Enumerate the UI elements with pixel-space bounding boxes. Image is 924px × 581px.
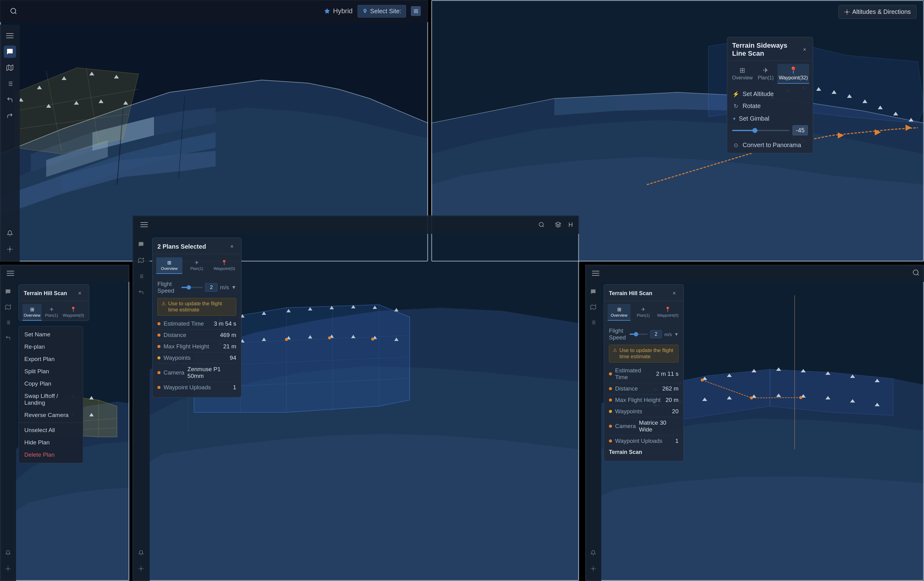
rotate-row[interactable]: ↻ Rotate <box>732 100 808 112</box>
gimbal-slider-row: -45 <box>732 125 808 135</box>
bright-gps[interactable] <box>587 563 599 575</box>
speed-slider-track[interactable] <box>182 287 203 288</box>
sidebar-icon-redo[interactable] <box>4 110 16 122</box>
ths-right-speed-input[interactable] <box>650 330 662 338</box>
svg-marker-129 <box>601 476 924 581</box>
ths-left-tabs: ⊞ Overview ✈ Plan(1) 📍 Waypoint(0) <box>19 301 89 321</box>
ths-speed-dropdown[interactable]: ▼ <box>674 332 678 337</box>
ctx-delete-plan[interactable]: Delete Plan <box>19 449 83 461</box>
magnify-button[interactable] <box>912 269 920 278</box>
bright-icon-list[interactable] <box>587 316 599 329</box>
ctx-split-plan[interactable]: Split Plan <box>19 365 83 378</box>
ths-stat-label: Camera <box>615 423 636 430</box>
ths-speed-track[interactable] <box>630 334 648 335</box>
bleft-icon-undo[interactable] <box>2 332 14 344</box>
altitudes-directions-button[interactable]: Altitudes & Directions <box>838 5 917 19</box>
flight-speed-input[interactable] <box>205 283 218 292</box>
ctx-divider <box>19 423 83 423</box>
2plans-tab-overview[interactable]: ⊞ Overview <box>156 257 182 274</box>
ths-stat-value: 20 m <box>666 397 678 403</box>
2plans-close[interactable]: × <box>228 242 236 251</box>
gimbal-slider-track[interactable] <box>732 130 789 131</box>
bcenter-notification[interactable] <box>135 546 147 559</box>
ths-left-tab-plan[interactable]: ✈ Plan(1) <box>43 304 60 321</box>
ctx-set-name[interactable]: Set Name <box>19 328 83 341</box>
convert-icon: ⊙ <box>732 142 739 149</box>
bleft-icon-map[interactable] <box>2 301 14 313</box>
svg-point-80 <box>7 568 9 569</box>
bright-sidebar-bottom <box>587 546 599 581</box>
ths-right-warning-text: Use to update the flight time estimate <box>619 347 675 360</box>
bright-hamburger[interactable] <box>590 269 601 278</box>
bleft-icon-chat[interactable] <box>2 286 14 298</box>
sidebar-icon-chat[interactable] <box>4 46 16 58</box>
ths-left-close[interactable]: × <box>76 289 84 298</box>
ths-left-title: Terrain Hill Scan <box>24 290 67 297</box>
gimbal-value[interactable]: -45 <box>792 125 808 135</box>
sidebar-icon-notification[interactable] <box>4 227 16 239</box>
ctx-export-plan[interactable]: Export Plan <box>19 353 83 365</box>
2plans-tab-plan[interactable]: ✈ Plan(1) <box>183 257 210 274</box>
stat-row-waypoints: Waypoints 94 <box>157 352 236 364</box>
ths-stat-label: Distance <box>615 385 659 392</box>
gimbal-slider-fill <box>732 130 755 131</box>
speed-dropdown[interactable]: ▼ <box>231 285 236 290</box>
bcenter-icon-undo[interactable] <box>135 286 147 298</box>
ths-left-tab-waypoint[interactable]: 📍 Waypoint(0) <box>61 304 85 321</box>
bright-notification[interactable] <box>587 546 599 559</box>
bcenter-more[interactable]: H <box>569 221 573 228</box>
ctx-swap-liftoff[interactable]: Swap Liftoff / Landing <box>19 390 83 409</box>
gimbal-slider-thumb[interactable] <box>752 128 757 133</box>
bcenter-icon-chat[interactable] <box>135 238 147 250</box>
ctx-hide-plan[interactable]: Hide Plan <box>19 436 83 449</box>
bleft-gps[interactable] <box>2 563 14 575</box>
bcenter-icon-map[interactable] <box>135 254 147 267</box>
speed-slider-thumb[interactable] <box>186 285 191 290</box>
svg-point-115 <box>328 336 331 339</box>
bcenter-layers[interactable] <box>552 219 564 231</box>
bleft-hamburger[interactable] <box>5 269 16 278</box>
tsls-close-button[interactable]: × <box>801 45 808 54</box>
ths-left-tab-overview[interactable]: ⊞ Overview <box>23 304 41 321</box>
search-button[interactable] <box>7 5 20 17</box>
ths-right-tab-waypoint[interactable]: 📍 Waypoint(0) <box>656 304 680 321</box>
bleft-notification[interactable] <box>2 546 14 559</box>
rotate-label: Rotate <box>742 102 761 110</box>
ths-speed-thumb[interactable] <box>634 332 638 336</box>
bcenter-hamburger[interactable] <box>139 221 150 229</box>
hybrid-selector[interactable]: Hybrid <box>324 7 353 15</box>
bleft-sidebar <box>0 282 16 581</box>
bcenter-search[interactable] <box>535 219 548 231</box>
ths-right-tab-overview[interactable]: ⊞ Overview <box>608 304 630 321</box>
ctx-unselect-all[interactable]: Unselect All <box>19 424 83 436</box>
sidebar-icon-menu[interactable] <box>4 30 16 42</box>
ctx-copy-plan[interactable]: Copy Plan <box>19 378 83 390</box>
convert-panorama-row[interactable]: ⊙ Convert to Panorama <box>732 138 808 149</box>
bright-icon-map[interactable] <box>587 301 599 313</box>
sidebar-icon-gps[interactable] <box>4 243 16 255</box>
set-altitude-row[interactable]: ⚡ Set Altitude <box>732 88 808 100</box>
select-site-bar[interactable]: Select Site: <box>358 5 406 18</box>
site-menu-btn[interactable]: ⊞ <box>411 6 421 16</box>
panel-bottom-left: Terrain Hill Scan × ⊞ Overview ✈ Plan(1)… <box>0 265 129 581</box>
ctx-hide-label: Hide Plan <box>24 439 50 446</box>
bleft-icon-list[interactable] <box>2 316 14 329</box>
bcenter-icon-list[interactable] <box>135 270 147 283</box>
ctx-replan[interactable]: Re-plan <box>19 341 83 353</box>
sidebar-icon-undo[interactable] <box>4 94 16 106</box>
svg-point-114 <box>285 338 288 341</box>
bcenter-gps[interactable] <box>135 563 147 575</box>
ctx-reverse-camera[interactable]: Reverse Camera <box>19 409 83 421</box>
select-site-label: Select Site: <box>370 8 401 15</box>
tsls-tab-waypoint[interactable]: 📍 Waypoint(32) <box>777 64 809 84</box>
2plans-tab-waypoint[interactable]: 📍 Waypoint(0) <box>211 257 238 274</box>
tsls-tab-plan[interactable]: ✈ Plan(1) <box>755 64 777 84</box>
tsls-tab-overview[interactable]: ⊞ Overview <box>731 64 754 84</box>
sidebar-icon-map[interactable] <box>4 61 16 74</box>
sidebar-icon-list[interactable] <box>4 77 16 90</box>
ctx-swap-label: Swap Liftoff / Landing <box>24 393 77 406</box>
ths-right-close[interactable]: × <box>670 289 678 298</box>
ths-right-tab-plan[interactable]: ✈ Plan(1) <box>632 304 655 321</box>
bright-icon-chat[interactable] <box>587 286 599 298</box>
ctx-delete-label: Delete Plan <box>24 451 54 458</box>
